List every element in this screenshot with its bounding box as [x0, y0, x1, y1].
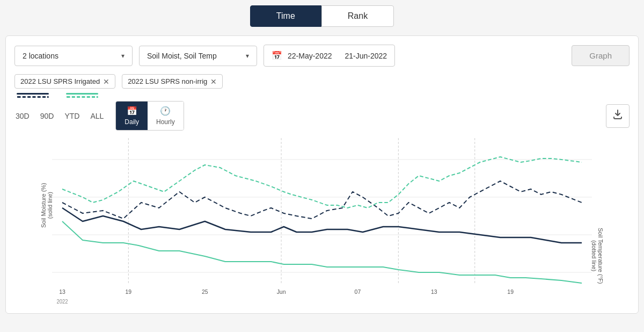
chart-container: 30.0 25.0 20.0 85 80 75 70 13 19 25 Jun … [52, 138, 592, 305]
daily-calendar-icon: 📅 [127, 106, 137, 116]
svg-text:Jun: Jun [277, 288, 286, 295]
tag-irrigated: 2022 LSU SPRS Irrigated ✕ [14, 74, 115, 89]
date-range-picker[interactable]: 📅 22-May-2022 21-Jun-2022 [264, 45, 395, 67]
legend-nonirrig-dashed [66, 96, 98, 98]
tag-irrigated-label: 2022 LSU SPRS Irrigated [20, 77, 100, 85]
download-button[interactable] [606, 104, 630, 128]
legend-nonirrig-solid [66, 93, 98, 95]
legend-irrigated [17, 93, 49, 98]
y-axis-left-label: Soil Moisture (%)(solid line) [40, 183, 53, 228]
graph-button[interactable]: Graph [572, 45, 630, 66]
tag-irrigated-close[interactable]: ✕ [103, 78, 109, 85]
period-90d[interactable]: 90D [39, 110, 55, 122]
download-icon [612, 109, 623, 122]
chart-wrapper: Soil Moisture (%)(solid line) Soil Tempe… [52, 138, 592, 305]
period-buttons: 30D 90D YTD ALL [14, 110, 105, 122]
date-start: 22-May-2022 [288, 52, 332, 60]
chevron-down-icon: ▾ [246, 52, 249, 60]
main-panel: 2 locations ▾ Soil Moist, Soil Temp ▾ 📅 … [5, 35, 639, 314]
hourly-button[interactable]: 🕐 Hourly [148, 102, 184, 130]
svg-text:25: 25 [202, 288, 208, 295]
measures-label: Soil Moist, Soil Temp [147, 52, 217, 60]
period-all[interactable]: ALL [89, 110, 105, 122]
daily-hourly-group: 📅 Daily 🕐 Hourly [115, 101, 184, 131]
legend-row [17, 93, 630, 98]
svg-text:19: 19 [126, 288, 132, 295]
tag-nonirrig-label: 2022 LSU SPRS non-irrig [128, 77, 207, 85]
measures-dropdown[interactable]: Soil Moist, Soil Temp ▾ [139, 46, 257, 66]
tabs-row: Time Rank [5, 5, 639, 27]
svg-text:19: 19 [507, 288, 514, 295]
y-axis-right-label: Soil Temperature (°F)(dotted line) [591, 228, 604, 284]
locations-dropdown[interactable]: 2 locations ▾ [14, 46, 133, 66]
hourly-label: Hourly [156, 118, 175, 126]
date-end: 21-Jun-2022 [345, 52, 387, 60]
time-controls-row: 30D 90D YTD ALL 📅 Daily 🕐 Hourly [14, 101, 630, 131]
chevron-down-icon: ▾ [121, 52, 125, 60]
legend-irrigated-dashed [17, 96, 49, 98]
tags-row: 2022 LSU SPRS Irrigated ✕ 2022 LSU SPRS … [14, 74, 630, 89]
tag-nonirrig-close[interactable]: ✕ [210, 78, 217, 85]
tag-nonirrig: 2022 LSU SPRS non-irrig ✕ [122, 74, 223, 89]
page-wrapper: Time Rank 2 locations ▾ Soil Moist, Soil… [5, 5, 639, 314]
hourly-clock-icon: 🕐 [160, 106, 171, 116]
tab-rank[interactable]: Rank [321, 5, 394, 27]
controls-row: 2 locations ▾ Soil Moist, Soil Temp ▾ 📅 … [14, 45, 630, 67]
period-30d[interactable]: 30D [14, 110, 31, 122]
svg-text:07: 07 [355, 288, 361, 295]
legend-nonirrig [66, 93, 98, 98]
daily-label: Daily [125, 118, 139, 126]
calendar-icon: 📅 [272, 50, 282, 61]
daily-button[interactable]: 📅 Daily [116, 102, 148, 130]
tab-time[interactable]: Time [250, 5, 321, 27]
locations-label: 2 locations [23, 52, 58, 60]
chart-svg: 30.0 25.0 20.0 85 80 75 70 13 19 25 Jun … [52, 138, 592, 305]
legend-irrigated-solid [17, 93, 49, 95]
svg-text:13: 13 [59, 288, 65, 295]
svg-text:13: 13 [431, 288, 437, 295]
svg-text:2022: 2022 [56, 299, 68, 305]
period-ytd[interactable]: YTD [63, 110, 80, 122]
